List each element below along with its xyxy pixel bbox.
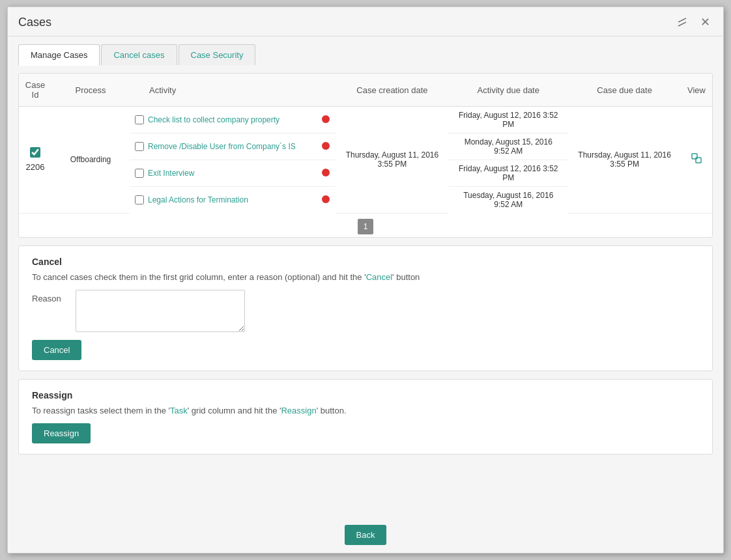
reason-label: Reason [32, 290, 68, 303]
col-case-id: Case Id [19, 74, 51, 107]
reassign-section-desc: To reassign tasks select them in the 'Ta… [32, 406, 699, 415]
tabs-bar: Manage Cases Cancel cases Case Security [8, 36, 723, 65]
activity-due-1: Friday, August 12, 2016 3:52PM [448, 107, 568, 133]
reassign-section: Reassign To reassign tasks select them i… [18, 379, 713, 455]
row-checkbox-cell: 2206 [19, 107, 51, 214]
col-dot [316, 74, 336, 107]
col-view: View [681, 74, 712, 107]
dot-cell-1 [316, 107, 336, 133]
reassign-highlight: Reassign [281, 406, 316, 415]
case-creation-date: Thursday, August 11, 20163:55 PM [336, 107, 448, 214]
main-content: Case Id Process Activity Case creation d… [8, 65, 723, 517]
case-due-date: Thursday, August 11, 20163:55 PM [568, 107, 681, 214]
activity-checkbox-1[interactable] [135, 115, 144, 124]
cancel-button[interactable]: Cancel [32, 340, 81, 360]
priority-dot-2 [322, 142, 330, 150]
cancel-section-title: Cancel [32, 257, 699, 267]
table-row: 2206 Offboarding Check list to collect c… [19, 107, 712, 133]
col-creation-date: Case creation date [336, 74, 448, 107]
main-window: Cases ✕ Manage Cases Cancel cases Case S… [7, 7, 724, 553]
close-icon: ✕ [700, 15, 710, 29]
cases-table-card: Case Id Process Activity Case creation d… [18, 73, 713, 238]
title-actions: ✕ [674, 14, 713, 31]
activity-checkbox-3[interactable] [135, 169, 144, 178]
tab-cancel-cases[interactable]: Cancel cases [101, 44, 177, 65]
activity-cell-2: Remove /Disable User from Company´s IS [130, 133, 316, 160]
case-id: 2206 [24, 162, 46, 172]
activity-checkbox-4[interactable] [135, 195, 144, 204]
tab-case-security[interactable]: Case Security [179, 44, 256, 65]
activity-link-1[interactable]: Check list to collect company property [148, 115, 280, 124]
reassign-button[interactable]: Reassign [32, 423, 91, 443]
priority-dot-4 [322, 195, 330, 203]
activity-due-2: Monday, August 15, 20169:52 AM [448, 133, 568, 160]
tab-manage-cases[interactable]: Manage Cases [18, 44, 100, 66]
col-activity: Activity [130, 74, 316, 107]
dot-cell-4 [316, 187, 336, 214]
cancel-section-desc: To cancel cases check them in the first … [32, 272, 699, 282]
title-bar: Cases ✕ [8, 7, 723, 36]
activity-due-4: Tuesday, August 16, 20169:52 AM [448, 187, 568, 214]
priority-dot-1 [322, 115, 330, 123]
back-button[interactable]: Back [345, 525, 387, 545]
close-button[interactable]: ✕ [698, 14, 713, 31]
dot-cell-2 [316, 133, 336, 160]
cases-table: Case Id Process Activity Case creation d… [19, 74, 712, 214]
col-case-due: Case due date [568, 74, 681, 107]
priority-dot-3 [322, 169, 330, 176]
col-activity-due: Activity due date [448, 74, 568, 107]
col-process: Process [51, 74, 130, 107]
bottom-bar: Back [8, 517, 723, 553]
activity-cell-3: Exit Interview [130, 160, 316, 187]
activity-checkbox-2[interactable] [135, 142, 144, 151]
reason-textarea[interactable] [76, 290, 245, 332]
view-cell [681, 107, 712, 214]
activity-due-3: Friday, August 12, 2016 3:52PM [448, 160, 568, 187]
row-select-checkbox[interactable] [30, 147, 40, 158]
activity-cell-4: Legal Actions for Termination [130, 187, 316, 214]
activity-link-4[interactable]: Legal Actions for Termination [148, 195, 248, 204]
window-title: Cases [18, 16, 51, 29]
reassign-section-title: Reassign [32, 390, 699, 400]
task-highlight: Task [170, 406, 188, 415]
svg-line-1 [678, 22, 686, 26]
activity-link-2[interactable]: Remove /Disable User from Company´s IS [148, 142, 296, 151]
minimize-button[interactable] [674, 16, 690, 29]
svg-line-0 [678, 18, 686, 22]
activity-link-3[interactable]: Exit Interview [148, 169, 194, 178]
pagination: 1 [19, 214, 712, 237]
reason-row: Reason [32, 290, 699, 332]
view-icon[interactable] [689, 155, 704, 168]
page-1-button[interactable]: 1 [358, 219, 373, 234]
cancel-section: Cancel To cancel cases check them in the… [18, 245, 713, 371]
dot-cell-3 [316, 160, 336, 187]
cancel-highlight: Cancel [366, 272, 392, 282]
minimize-icon [677, 17, 687, 27]
activity-cell-1: Check list to collect company property [130, 107, 316, 133]
process-cell: Offboarding [51, 107, 130, 214]
